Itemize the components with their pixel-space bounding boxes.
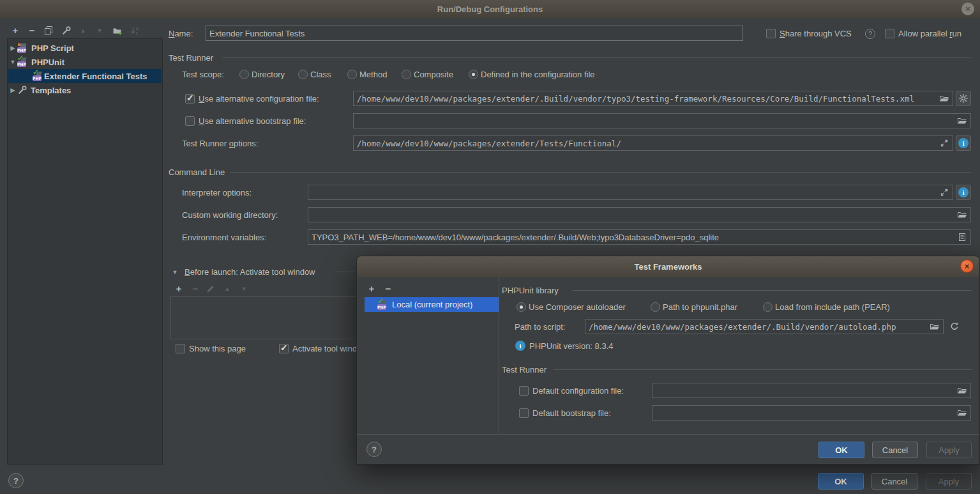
scope-class-radio[interactable] [298,70,308,79]
test-frameworks-dialog: Test Frameworks × + − ✓PHP Local (curren… [356,256,980,465]
info-icon: i [515,341,525,351]
config-settings-button[interactable] [956,91,971,106]
cancel-button[interactable]: Cancel [871,473,917,490]
move-up-icon: ▲ [222,284,232,294]
expand-icon[interactable] [939,187,949,197]
wrench-icon[interactable] [61,26,72,36]
copy-icon[interactable] [43,26,54,36]
phpunit-icon: ✓PHP [17,57,29,67]
collapse-icon[interactable]: ▼ [170,267,180,277]
folder-icon[interactable] [957,385,967,396]
dialog-titlebar[interactable]: Test Frameworks [357,256,979,277]
help-icon[interactable]: ? [865,29,875,39]
close-icon[interactable]: × [961,3,974,15]
use-alt-bootstrap-label: Use alternative bootstrap file: [199,116,306,126]
dialog-title: Test Frameworks [635,262,702,272]
default-bootstrap-label: Default bootstrap file: [532,408,611,418]
folder-icon[interactable] [957,210,967,220]
framework-list-item[interactable]: ✓PHP Local (current project) [365,297,499,312]
expand-icon[interactable] [939,138,949,148]
share-through-vcs-checkbox[interactable] [766,29,776,38]
dialog-apply-button: Apply [926,442,972,458]
test-runner-section-title: Test Runner [169,53,213,63]
scope-method-radio[interactable] [347,70,357,79]
tree-item-label: Templates [31,86,71,95]
remove-configuration-button[interactable]: − [27,26,37,36]
configurations-tree: ▶ PHP PHP Script ▼ ✓PHP PHPUnit ✓PHP Ext… [7,38,163,465]
tree-item-extender-functional-tests[interactable]: ✓PHP Extender Functional Tests [8,69,162,83]
allow-parallel-run-checkbox[interactable] [885,29,894,38]
default-bootstrap-input[interactable] [652,405,971,421]
use-alt-bootstrap-checkbox[interactable] [185,116,195,126]
folder-icon[interactable] [939,93,949,104]
chevron-right-icon[interactable]: ▶ [8,87,17,93]
interpreter-options-input[interactable] [308,185,953,200]
runner-options-info-button[interactable]: i [956,135,971,151]
default-config-input[interactable] [652,383,971,398]
default-bootstrap-checkbox[interactable] [519,408,529,418]
interpreter-options-label: Interpreter options: [182,188,252,197]
working-directory-input[interactable] [308,207,971,222]
dialog-cancel-button[interactable]: Cancel [872,442,918,458]
tree-item-templates[interactable]: ▶ Templates [8,83,162,97]
command-line-section-title: Command Line [169,167,225,177]
help-button[interactable]: ? [8,473,24,488]
alt-bootstrap-file-input[interactable] [353,113,971,128]
use-alt-config-checkbox[interactable] [185,94,195,104]
section-divider [230,172,971,173]
folder-icon[interactable] [957,116,967,126]
ok-button[interactable]: OK [818,473,864,490]
remove-task-button: − [190,284,200,294]
chevron-right-icon[interactable]: ▶ [8,45,17,51]
new-folder-icon[interactable] [112,26,123,36]
environment-variables-label: Environment variables: [182,233,266,242]
section-divider [572,290,972,291]
default-config-checkbox[interactable] [519,386,529,396]
before-launch-title: Before launch: Activate tool window [185,267,315,277]
tree-item-php-script[interactable]: ▶ PHP PHP Script [8,41,162,55]
composer-autoloader-label: Use Composer autoloader [529,302,626,312]
dialog-ok-button[interactable]: OK [818,442,864,458]
section-divider [222,58,971,58]
section-divider [554,369,972,370]
add-task-button[interactable]: + [174,284,184,294]
tree-item-phpunit[interactable]: ▼ ✓PHP PHPUnit [8,55,162,69]
add-framework-button[interactable]: + [366,284,377,294]
framework-list-item-label: Local (current project) [392,300,472,309]
phpunit-phar-label: Path to phpunit.phar [663,302,737,312]
window-titlebar[interactable]: Run/Debug Configurations [0,0,980,18]
dialog-test-runner-section-title: Test Runner [502,365,547,374]
add-configuration-button[interactable]: + [10,26,20,36]
environment-variables-input[interactable]: TYPO3_PATH_WEB=/home/www/dev10/www/packa… [308,229,971,245]
move-up-icon: ▲ [78,26,88,36]
interpreter-info-button[interactable]: i [956,185,971,200]
activate-tool-window-checkbox[interactable] [279,344,289,353]
include-path-radio[interactable] [763,302,773,312]
pane-divider [499,277,499,434]
alt-config-file-input[interactable]: /home/www/dev10/www/packages/extender/.B… [353,91,953,106]
scope-defined-in-config-radio[interactable] [469,70,478,79]
list-icon[interactable] [957,232,967,242]
scope-directory-radio[interactable] [239,70,249,79]
sort-alphabetically-icon [130,26,140,36]
refresh-icon[interactable] [949,321,960,332]
close-icon[interactable]: × [960,259,974,273]
path-to-script-input[interactable]: /home/www/dev10/www/packages/extender/.B… [585,319,944,334]
scope-class-label: Class [310,70,331,79]
scope-method-label: Method [359,70,387,79]
show-this-page-checkbox[interactable] [176,344,185,353]
remove-framework-button[interactable]: − [383,284,393,294]
dialog-help-button[interactable]: ? [366,442,382,457]
folder-icon[interactable] [957,408,967,418]
move-down-icon: ▼ [94,26,105,36]
apply-button: Apply [926,473,972,490]
include-path-label: Load from include path (PEAR) [775,302,890,312]
phpunit-phar-radio[interactable] [651,302,660,312]
chevron-down-icon[interactable]: ▼ [8,59,17,65]
scope-composite-radio[interactable] [402,70,411,79]
folder-icon[interactable] [930,321,940,332]
test-runner-options-input[interactable]: /home/www/dev10/www/packages/extender/Te… [353,135,953,151]
composer-autoloader-radio[interactable] [516,302,526,312]
phpunit-library-section-title: PHPUnit library [502,286,559,295]
name-input[interactable]: Extender Functional Tests [206,26,743,41]
